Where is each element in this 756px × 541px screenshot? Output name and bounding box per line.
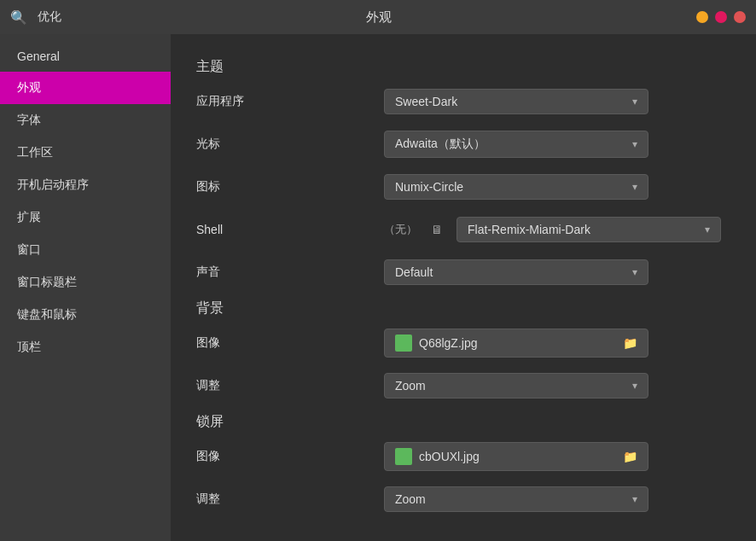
row-icons: 图标 Numix-Circle ▾: [196, 172, 730, 202]
dropdown-icons-arrow: ▾: [632, 181, 637, 193]
dropdown-app-theme[interactable]: Sweet-Dark ▾: [384, 89, 648, 114]
section-title-theme: 主题: [196, 58, 730, 76]
sidebar: General 外观 字体 工作区 开机启动程序 扩展 窗口 窗口标题栏 键盘和…: [0, 34, 171, 541]
dropdown-bg-adjust-value: Zoom: [395, 379, 426, 393]
content-area: 主题 应用程序 Sweet-Dark ▾ 光标 Adwaita（默认） ▾: [171, 34, 756, 541]
lock-image-left: cbOUXl.jpg: [395, 448, 480, 465]
section-title-lockscreen: 锁屏: [196, 413, 730, 431]
lock-image-field[interactable]: cbOUXl.jpg 📁: [384, 442, 648, 471]
dropdown-sound[interactable]: Default ▾: [384, 259, 648, 285]
titlebar: 🔍 优化 外观: [0, 0, 756, 34]
label-lock-adjust: 调整: [196, 492, 384, 507]
row-bg-adjust: 调整 Zoom ▾: [196, 370, 730, 401]
control-cursor: Adwaita（默认） ▾: [384, 131, 730, 158]
shell-monitor-icon[interactable]: 🖥: [431, 223, 443, 236]
dropdown-cursor[interactable]: Adwaita（默认） ▾: [384, 131, 648, 158]
label-sound: 声音: [196, 265, 384, 280]
sidebar-item-windows[interactable]: 窗口: [0, 234, 171, 266]
control-bg-adjust: Zoom ▾: [384, 373, 730, 398]
label-cursor: 光标: [196, 137, 384, 152]
dropdown-shell[interactable]: Flat-Remix-Miami-Dark ▾: [457, 217, 721, 242]
row-app-theme: 应用程序 Sweet-Dark ▾: [196, 86, 730, 117]
close-button[interactable]: [734, 11, 746, 23]
section-title-background: 背景: [196, 300, 730, 317]
sidebar-item-topbar[interactable]: 顶栏: [0, 331, 171, 364]
control-app-theme: Sweet-Dark ▾: [384, 89, 730, 114]
dropdown-icons[interactable]: Numix-Circle ▾: [384, 174, 648, 200]
window-controls: [696, 11, 746, 23]
dropdown-sound-value: Default: [395, 265, 433, 279]
control-sound: Default ▾: [384, 259, 730, 285]
label-bg-adjust: 调整: [196, 378, 384, 393]
dropdown-app-theme-value: Sweet-Dark: [395, 95, 457, 108]
row-lock-adjust: 调整 Zoom ▾: [196, 484, 730, 515]
label-icons: 图标: [196, 179, 384, 195]
row-bg-image: 图像 Q68lgZ.jpg 📁: [196, 328, 730, 358]
row-lock-image: 图像 cbOUXl.jpg 📁: [196, 441, 730, 472]
sidebar-item-keyboard-mouse[interactable]: 键盘和鼠标: [0, 299, 171, 331]
app-name: 优化: [38, 9, 61, 25]
sidebar-item-startup[interactable]: 开机启动程序: [0, 169, 171, 201]
sidebar-item-extensions[interactable]: 扩展: [0, 201, 171, 234]
maximize-button[interactable]: [715, 11, 727, 23]
dropdown-sound-arrow: ▾: [632, 266, 637, 278]
dropdown-shell-value: Flat-Remix-Miami-Dark: [468, 223, 590, 236]
dropdown-bg-adjust[interactable]: Zoom ▾: [384, 373, 648, 398]
search-icon[interactable]: 🔍: [10, 9, 27, 26]
window-title: 外观: [61, 9, 696, 26]
dropdown-app-theme-arrow: ▾: [632, 96, 637, 108]
control-lock-image: cbOUXl.jpg 📁: [384, 442, 730, 471]
dropdown-bg-adjust-arrow: ▾: [632, 380, 637, 392]
control-icons: Numix-Circle ▾: [384, 174, 730, 200]
lock-image-folder-icon[interactable]: 📁: [623, 450, 637, 463]
bg-image-field[interactable]: Q68lgZ.jpg 📁: [384, 329, 648, 358]
dropdown-lock-adjust[interactable]: Zoom ▾: [384, 486, 648, 512]
dropdown-cursor-value: Adwaita（默认）: [395, 137, 486, 152]
label-shell: Shell: [196, 223, 384, 236]
dropdown-shell-arrow: ▾: [705, 224, 710, 236]
minimize-button[interactable]: [696, 11, 708, 23]
bg-image-thumb: [395, 334, 412, 352]
sidebar-item-titlebar[interactable]: 窗口标题栏: [0, 266, 171, 299]
bg-image-left: Q68lgZ.jpg: [395, 334, 477, 352]
lock-image-filename: cbOUXl.jpg: [419, 450, 480, 463]
control-lock-adjust: Zoom ▾: [384, 486, 730, 512]
dropdown-lock-adjust-arrow: ▾: [632, 493, 637, 505]
row-shell: Shell （无） 🖥 Flat-Remix-Miami-Dark ▾: [196, 214, 730, 245]
dropdown-lock-adjust-value: Zoom: [395, 492, 426, 506]
sidebar-item-general[interactable]: General: [0, 41, 171, 72]
row-cursor: 光标 Adwaita（默认） ▾: [196, 129, 730, 160]
row-sound: 声音 Default ▾: [196, 257, 730, 288]
dropdown-icons-value: Numix-Circle: [395, 180, 463, 194]
sidebar-item-fonts[interactable]: 字体: [0, 104, 171, 137]
label-lock-image: 图像: [196, 449, 384, 464]
label-bg-image: 图像: [196, 335, 384, 351]
sidebar-item-appearance[interactable]: 外观: [0, 72, 171, 104]
main-layout: General 外观 字体 工作区 开机启动程序 扩展 窗口 窗口标题栏 键盘和…: [0, 34, 756, 541]
label-app-theme: 应用程序: [196, 94, 384, 109]
control-bg-image: Q68lgZ.jpg 📁: [384, 329, 730, 358]
control-shell: （无） 🖥 Flat-Remix-Miami-Dark ▾: [384, 217, 730, 242]
bg-image-folder-icon[interactable]: 📁: [623, 336, 637, 350]
bg-image-filename: Q68lgZ.jpg: [419, 336, 477, 350]
lock-image-thumb: [395, 448, 412, 465]
shell-extra-label: （无）: [384, 222, 417, 237]
sidebar-item-workspace[interactable]: 工作区: [0, 137, 171, 169]
dropdown-cursor-arrow: ▾: [632, 138, 637, 150]
